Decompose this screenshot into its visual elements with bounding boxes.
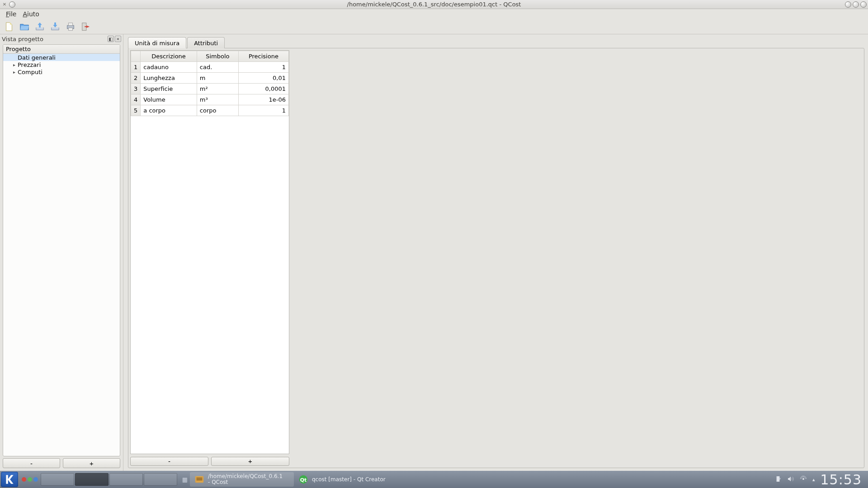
clipboard-tray-icon[interactable] [774,475,782,484]
system-tray: ▴ 15:53 [774,472,868,488]
tab-units[interactable]: Unità di misura [128,37,186,48]
cell-simbolo[interactable]: cad. [197,62,238,73]
network-tray-icon[interactable] [800,475,807,484]
window-minimize-icon[interactable] [845,1,851,8]
desktop-pager[interactable] [41,473,177,486]
taskbar-clock[interactable]: 15:53 [821,472,862,488]
pager-desktop-3[interactable] [109,473,143,486]
show-desktop-icon[interactable]: ▦ [180,476,190,483]
new-file-button[interactable] [3,20,15,33]
table-row[interactable]: 3Superficiem²0,0001 [131,84,289,94]
menu-help[interactable]: Aiuto [19,9,42,19]
row-header[interactable]: 1 [131,62,141,73]
activity-dots[interactable] [22,477,38,482]
units-table[interactable]: Descrizione Simbolo Precisione 1cadaunoc… [130,50,289,454]
dock-float-icon[interactable]: ◧ [108,36,114,42]
pager-desktop-4[interactable] [144,473,177,486]
dot-red-icon [22,477,26,482]
window-close-right-icon[interactable] [860,1,867,8]
kmenu-button[interactable] [1,472,18,487]
svg-rect-1 [68,23,72,25]
menu-file[interactable]: File [3,9,19,19]
open-folder-button[interactable] [18,20,31,33]
row-remove-button[interactable]: - [130,457,208,466]
tree-add-button[interactable]: + [63,458,120,468]
cell-descrizione[interactable]: Volume [141,94,197,105]
window-titlebar: ✕ /home/mickele/QCost_0.6.1_src/doc/esem… [0,0,868,9]
row-header[interactable]: 5 [131,105,141,116]
col-simbolo[interactable]: Simbolo [197,51,238,62]
tree-node-label: Dati generali [18,54,56,61]
volume-tray-icon[interactable] [787,475,794,484]
print-button[interactable] [64,20,77,33]
table-row[interactable]: 2Lunghezzam0,01 [131,73,289,84]
tab-attributes[interactable]: Attributi [187,37,225,48]
cell-descrizione[interactable]: a corpo [141,105,197,116]
exit-button[interactable] [80,20,92,33]
expand-icon: ▸ [13,70,18,75]
dot-blue-icon [33,477,38,482]
table-row[interactable]: 5a corpocorpo1 [131,105,289,116]
tree-node[interactable]: ▸Computi [3,68,120,75]
pager-desktop-2[interactable] [75,473,108,486]
menubar: File Aiuto [0,9,868,19]
cell-simbolo[interactable]: m³ [197,94,238,105]
window-control-icon[interactable] [9,1,15,8]
col-precisione[interactable]: Precisione [238,51,288,62]
printer-icon [66,22,75,32]
svg-rect-5 [197,478,203,479]
cell-precisione[interactable]: 1 [238,105,288,116]
cell-simbolo[interactable]: m [197,73,238,84]
export-icon [50,22,60,32]
table-row[interactable]: 4Volumem³1e-06 [131,94,289,105]
cell-precisione[interactable]: 0,01 [238,73,288,84]
qt-logo-icon: Qt [298,474,308,484]
task-label: qcost [master] - Qt Creator [312,477,386,483]
export-button[interactable] [49,20,61,33]
kde-logo-icon [4,474,15,485]
project-tree[interactable]: Progetto Dati generali▸Prezzari▸Computi [3,44,120,456]
tree-node-label: Prezzari [18,61,41,68]
dock-title-label: Vista progetto [2,36,43,42]
svg-rect-6 [197,479,203,480]
new-file-icon [4,22,14,32]
row-header[interactable]: 4 [131,94,141,105]
pager-desktop-1[interactable] [41,473,74,486]
tree-node[interactable]: Dati generali [3,54,120,61]
tree-node[interactable]: ▸Prezzari [3,61,120,68]
svg-point-9 [802,478,804,480]
cell-descrizione[interactable]: Superficie [141,84,197,94]
tree-remove-button[interactable]: - [3,458,60,468]
table-row[interactable]: 1cadaunocad.1 [131,62,289,73]
main-area: Vista progetto ◧ ✕ Progetto Dati general… [0,34,868,471]
dock-close-icon[interactable]: ✕ [115,36,121,42]
window-maximize-icon[interactable] [853,1,859,8]
cell-precisione[interactable]: 0,0001 [238,84,288,94]
dot-green-icon [28,477,32,482]
corner-header [131,51,141,62]
task-sublabel: - QCost [208,479,283,485]
row-add-button[interactable]: + [211,457,289,466]
exit-icon [81,22,91,32]
tree-node-label: Computi [18,69,42,75]
cell-precisione[interactable]: 1 [238,62,288,73]
cell-simbolo[interactable]: corpo [197,105,238,116]
cell-precisione[interactable]: 1e-06 [238,94,288,105]
import-button[interactable] [33,20,46,33]
tree-header: Progetto [3,45,120,54]
svg-rect-2 [68,28,72,30]
tray-expand-icon[interactable]: ▴ [812,477,815,483]
qcost-app-icon [194,474,204,484]
col-descrizione[interactable]: Descrizione [141,51,197,62]
task-qtcreator[interactable]: Qt qcost [master] - Qt Creator [294,472,398,487]
kde-taskbar: ▦ /home/mickele/QCost_0.6.1 - QCost Qt q… [0,471,868,488]
cell-descrizione[interactable]: Lunghezza [141,73,197,84]
project-dock: Vista progetto ◧ ✕ Progetto Dati general… [0,34,123,471]
row-header[interactable]: 3 [131,84,141,94]
window-close-icon[interactable]: ✕ [1,1,8,8]
cell-simbolo[interactable]: m² [197,84,238,94]
task-qcost[interactable]: /home/mickele/QCost_0.6.1 - QCost [190,472,294,487]
row-header[interactable]: 2 [131,73,141,84]
folder-open-icon [19,22,29,32]
cell-descrizione[interactable]: cadauno [141,62,197,73]
